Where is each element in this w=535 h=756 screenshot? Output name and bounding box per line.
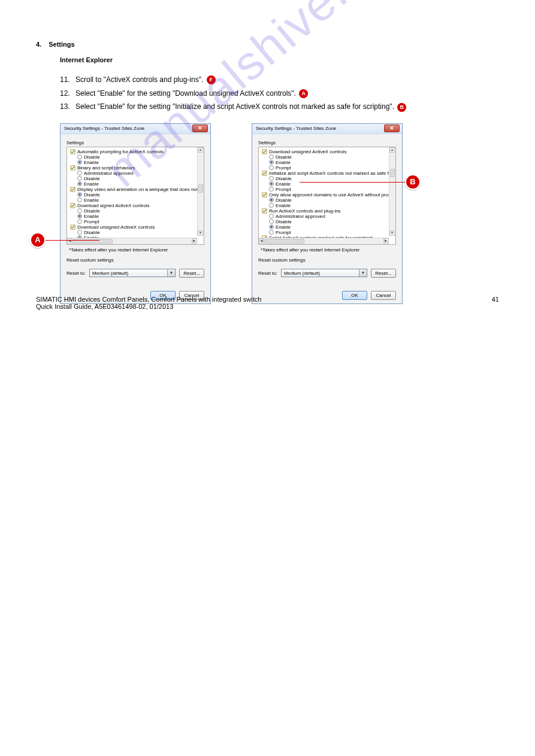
- radio-icon[interactable]: [77, 208, 82, 213]
- radio-option[interactable]: Enable: [269, 160, 394, 165]
- radio-option[interactable]: Enable: [77, 198, 202, 203]
- security-dialog-left: Security Settings - Trusted Sites Zone ✕…: [60, 123, 211, 304]
- setting-label: Only allow approved domains to use Activ…: [269, 192, 396, 198]
- reset-to-select[interactable]: Medium (default) ▼: [281, 269, 367, 277]
- tree-node: Download signed ActiveX controlsDisableE…: [70, 203, 202, 224]
- radio-option[interactable]: Enable: [77, 214, 202, 219]
- radio-icon[interactable]: [269, 224, 274, 229]
- scrollbar-horizontal[interactable]: ◀ ▶: [67, 238, 197, 244]
- radio-icon[interactable]: [77, 160, 82, 165]
- scrollbar-vertical[interactable]: ▲ ▼: [389, 147, 395, 236]
- inline-badge-b: B: [397, 103, 406, 112]
- setting-icon: [262, 171, 267, 176]
- option-label: Enable: [84, 214, 99, 219]
- radio-option[interactable]: Enable: [77, 160, 202, 165]
- radio-icon[interactable]: [269, 181, 274, 186]
- scrollbar-horizontal[interactable]: ◀ ▶: [259, 238, 389, 244]
- close-icon[interactable]: ✕: [192, 125, 208, 132]
- radio-option[interactable]: Disable: [269, 219, 394, 224]
- radio-option[interactable]: Prompt: [269, 230, 394, 235]
- setting-label: Initialize and script ActiveX controls n…: [269, 171, 396, 176]
- radio-icon[interactable]: [269, 219, 274, 224]
- section-heading: 4.Settings: [36, 41, 499, 48]
- radio-icon[interactable]: [269, 203, 274, 208]
- radio-option[interactable]: Disable: [77, 154, 202, 160]
- tree-node: Only allow approved domains to use Activ…: [262, 192, 394, 208]
- radio-option[interactable]: Prompt: [269, 165, 394, 171]
- option-label: Disable: [84, 192, 100, 198]
- annotation-badge-b: B: [405, 174, 421, 190]
- setting-label: Automatic prompting for ActiveX controls: [77, 149, 164, 154]
- radio-icon[interactable]: [269, 165, 274, 170]
- setting-label: Download signed ActiveX controls: [77, 203, 150, 208]
- radio-option[interactable]: Disable: [269, 198, 394, 203]
- radio-icon[interactable]: [269, 214, 274, 218]
- setting-label: Download unsigned ActiveX controls: [269, 149, 346, 154]
- inline-badge-f: F: [207, 75, 216, 84]
- setting-label: Display video and animation on a webpage…: [77, 187, 204, 192]
- page-number: 41: [492, 296, 499, 310]
- option-label: Disable: [276, 198, 292, 203]
- radio-option[interactable]: Disable: [77, 230, 202, 235]
- radio-icon[interactable]: [77, 181, 82, 186]
- option-label: Enable: [84, 181, 99, 187]
- radio-icon[interactable]: [269, 154, 274, 159]
- tree-node: Initialize and script ActiveX controls n…: [262, 171, 394, 192]
- option-label: Disable: [84, 208, 100, 214]
- setting-icon: [70, 203, 75, 208]
- reset-button[interactable]: Reset...: [371, 269, 396, 278]
- annotation-line-b: [300, 182, 405, 183]
- setting-icon: [70, 165, 75, 171]
- radio-option[interactable]: Administrator approved: [77, 171, 202, 176]
- setting-icon: [70, 224, 75, 230]
- chevron-down-icon[interactable]: ▼: [167, 269, 175, 277]
- radio-option[interactable]: Prompt: [77, 219, 202, 224]
- radio-icon[interactable]: [77, 230, 82, 235]
- option-label: Enable: [84, 198, 99, 203]
- setting-icon: [262, 208, 267, 214]
- radio-icon[interactable]: [77, 198, 82, 202]
- setting-icon: [70, 187, 75, 192]
- radio-icon[interactable]: [269, 230, 274, 235]
- option-label: Enable: [276, 181, 291, 187]
- radio-option[interactable]: Disable: [269, 176, 394, 181]
- radio-option[interactable]: Disable: [269, 154, 394, 160]
- step-11: 11. Scroll to "ActiveX controls and plug…: [60, 74, 499, 86]
- annotation-badge-a: A: [30, 232, 46, 248]
- step-12: 12. Select "Enable" for the setting "Dow…: [60, 88, 499, 99]
- close-icon[interactable]: ✕: [384, 125, 400, 132]
- option-label: Prompt: [276, 165, 291, 171]
- settings-listbox[interactable]: Download unsigned ActiveX controlsDisabl…: [258, 147, 396, 245]
- radio-option[interactable]: Enable: [77, 181, 202, 187]
- radio-option[interactable]: Enable: [269, 224, 394, 230]
- setting-icon: [262, 149, 267, 154]
- radio-icon[interactable]: [269, 187, 274, 192]
- radio-icon[interactable]: [77, 214, 82, 218]
- option-label: Enable: [84, 160, 99, 165]
- radio-icon[interactable]: [77, 219, 82, 224]
- reset-button[interactable]: Reset...: [179, 269, 204, 278]
- radio-option[interactable]: Administrator approved: [269, 214, 394, 219]
- step-13: 13. Select "Enable" for the setting "Ini…: [60, 101, 499, 113]
- radio-icon[interactable]: [269, 198, 274, 202]
- radio-option[interactable]: Prompt: [269, 187, 394, 192]
- radio-icon[interactable]: [77, 171, 82, 175]
- scrollbar-vertical[interactable]: ▲ ▼: [197, 147, 204, 236]
- settings-listbox[interactable]: Automatic prompting for ActiveX controls…: [67, 147, 204, 245]
- reset-to-select[interactable]: Medium (default) ▼: [89, 269, 176, 277]
- radio-option[interactable]: Enable: [269, 203, 394, 208]
- tree-node: Binary and script behaviorsAdministrator…: [70, 165, 202, 187]
- radio-icon[interactable]: [77, 154, 82, 159]
- option-label: Prompt: [276, 230, 291, 235]
- annotation-line-a: [46, 240, 99, 241]
- radio-icon[interactable]: [77, 192, 82, 197]
- radio-option[interactable]: Disable: [77, 176, 202, 181]
- radio-icon[interactable]: [269, 176, 274, 181]
- radio-option[interactable]: Disable: [77, 192, 202, 198]
- option-label: Prompt: [276, 187, 291, 192]
- radio-icon[interactable]: [269, 160, 274, 165]
- chevron-down-icon[interactable]: ▼: [359, 269, 367, 277]
- setting-icon: [262, 192, 267, 198]
- radio-option[interactable]: Disable: [77, 208, 202, 214]
- radio-icon[interactable]: [77, 176, 82, 181]
